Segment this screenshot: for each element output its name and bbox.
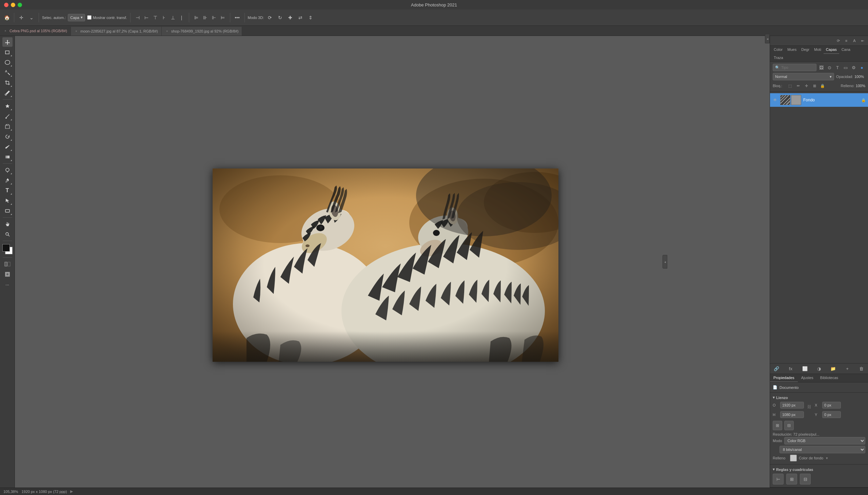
move-tool-arrow[interactable]: ⌄ [28, 14, 36, 22]
close-button[interactable] [4, 3, 8, 7]
width-input[interactable] [780, 402, 804, 409]
bits-select[interactable]: 8 bits/canal [780, 446, 865, 453]
nav-canal[interactable]: Cana [839, 46, 853, 54]
layer-filter-smart-icon[interactable]: ⚙ [850, 64, 857, 71]
layer-search-box[interactable]: 🔍 [773, 64, 816, 71]
dist-right-icon[interactable]: ⊩ [210, 14, 218, 22]
add-group-icon[interactable]: 📁 [829, 365, 837, 372]
layer-visibility-icon[interactable]: 👁 [772, 97, 778, 103]
y-input[interactable] [822, 411, 841, 418]
height-input[interactable] [780, 411, 804, 418]
pen-tool[interactable] [2, 176, 13, 185]
3d-rotate-icon[interactable]: ⟳ [266, 14, 274, 22]
guides-icon[interactable]: ⊟ [800, 474, 811, 484]
rulers-section-header[interactable]: ▾ Reglas y cuadrículas [773, 467, 865, 472]
minimize-button[interactable] [11, 3, 15, 7]
layer-filter-type-icon[interactable]: T [834, 64, 841, 71]
select-rect-tool[interactable] [2, 48, 13, 57]
align-center-v-icon[interactable]: ⊥ [169, 14, 177, 22]
eyedropper-tool[interactable] [2, 88, 13, 98]
panel-expand-icon[interactable]: ⇤ [859, 37, 866, 44]
clone-tool[interactable] [2, 122, 13, 131]
crop-tool[interactable] [2, 78, 13, 87]
lock-transparent-btn[interactable]: ⬚ [787, 82, 794, 89]
fill-color-swatch[interactable] [790, 455, 797, 461]
type-tool[interactable]: T [2, 186, 13, 195]
move-tool-icon[interactable]: ✛ [17, 14, 25, 22]
layer-filter-adjust-icon[interactable]: ⊙ [826, 64, 833, 71]
shape-tool[interactable] [2, 206, 13, 216]
quick-mask-toggle[interactable] [2, 259, 13, 269]
align-top-icon[interactable]: ⊦ [160, 14, 168, 22]
add-adjustment-icon[interactable]: ◑ [815, 365, 822, 372]
path-select-tool[interactable] [2, 196, 13, 205]
canvas-resize-icon-1[interactable]: ⊞ [773, 421, 782, 430]
dist-left-icon[interactable]: ⊫ [192, 14, 200, 22]
dist-center-icon[interactable]: ⊪ [201, 14, 209, 22]
panel-collapse-button[interactable]: ◂ [663, 255, 667, 269]
heal-tool[interactable] [2, 101, 13, 111]
home-icon[interactable]: 🏠 [3, 14, 11, 22]
mode-select[interactable]: Color RGB [784, 437, 865, 444]
link-layers-icon[interactable]: 🔗 [773, 365, 780, 372]
delete-layer-icon[interactable]: 🗑 [858, 365, 865, 372]
tab-cebra[interactable]: × Cebra PNG.psd al 105% (RGB/8#) [0, 27, 71, 36]
show-transform-checkbox[interactable]: Mostrar contr. transf. [87, 15, 127, 20]
lock-position-btn[interactable]: ✛ [803, 82, 810, 89]
magic-wand-tool[interactable] [2, 68, 13, 77]
nav-capas[interactable]: Capas [823, 46, 839, 54]
tab-moon[interactable]: × moon-2285627.jpg al 87,2% (Capa 1, RGB… [71, 27, 162, 36]
color-swatches[interactable] [2, 244, 13, 254]
layer-filter-toggle[interactable]: ● [858, 64, 865, 71]
x-input[interactable] [822, 402, 841, 409]
add-layer-icon[interactable]: + [844, 365, 851, 372]
change-screen-mode[interactable] [2, 270, 13, 279]
tab-close-1[interactable]: × [3, 29, 7, 33]
rulers-icon[interactable]: ⊢ [773, 474, 784, 484]
3d-scale-icon[interactable]: ⇕ [307, 14, 314, 22]
status-info-arrow[interactable]: ▶ [70, 489, 73, 494]
lock-image-btn[interactable]: ✏ [795, 82, 802, 89]
align-left-icon[interactable]: ⊣ [134, 14, 142, 22]
align-right-icon[interactable]: ⊤ [151, 14, 159, 22]
collapse-btn-top[interactable]: ◂ [765, 36, 770, 44]
align-center-h-icon[interactable]: ⊢ [142, 14, 151, 22]
nav-trazado[interactable]: Traza [771, 54, 786, 62]
3d-roll-icon[interactable]: ↻ [276, 14, 284, 22]
history-brush-tool[interactable] [2, 132, 13, 141]
opacity-value[interactable]: 100% [854, 74, 865, 79]
tab-close-3[interactable]: × [165, 29, 169, 33]
blend-mode-dropdown[interactable]: Normal ▾ [773, 73, 834, 80]
canvas-resize-icon-2[interactable]: ⊟ [784, 421, 794, 430]
tab-bibliotecas[interactable]: Bibliotecas [817, 374, 841, 382]
panel-text-icon[interactable]: A [851, 37, 858, 44]
chain-link-icon[interactable]: ⛓ [806, 402, 812, 412]
panel-history-icon[interactable]: ⟳ [835, 37, 841, 44]
layer-filter-img-icon[interactable]: 🖼 [818, 64, 824, 71]
lasso-tool[interactable] [2, 58, 13, 67]
tab-close-2[interactable]: × [74, 29, 78, 33]
panel-align-icon[interactable]: ≡ [843, 37, 850, 44]
align-bottom-icon[interactable]: ∣ [178, 14, 186, 22]
add-mask-icon[interactable]: ⬜ [801, 365, 809, 372]
dodge-tool[interactable] [2, 166, 13, 175]
hand-tool[interactable] [2, 219, 13, 229]
lock-all-btn[interactable]: 🔒 [819, 82, 826, 89]
eraser-tool[interactable] [2, 142, 13, 152]
foreground-color-swatch[interactable] [2, 244, 10, 252]
lock-artboard-btn[interactable]: ⊞ [811, 82, 818, 89]
gradient-tool[interactable] [2, 152, 13, 162]
tab-ajustes[interactable]: Ajustes [798, 374, 817, 382]
layer-filter-shape-icon[interactable]: ▭ [842, 64, 849, 71]
dist-bottom-icon[interactable]: ⊨ [219, 14, 227, 22]
nav-motivos[interactable]: Moti [812, 46, 823, 54]
3d-slide-icon[interactable]: ⇄ [296, 14, 305, 22]
nav-muestras[interactable]: Mues [785, 46, 799, 54]
maximize-button[interactable] [18, 3, 22, 7]
move-tool[interactable] [2, 37, 13, 47]
layer-search-input[interactable] [781, 65, 814, 69]
tab-propiedades[interactable]: Propiedades [770, 374, 798, 382]
zoom-tool[interactable] [2, 229, 13, 239]
layer-item-fondo[interactable]: 👁 [770, 93, 868, 107]
document-header[interactable]: 📄 Documento [773, 385, 865, 390]
